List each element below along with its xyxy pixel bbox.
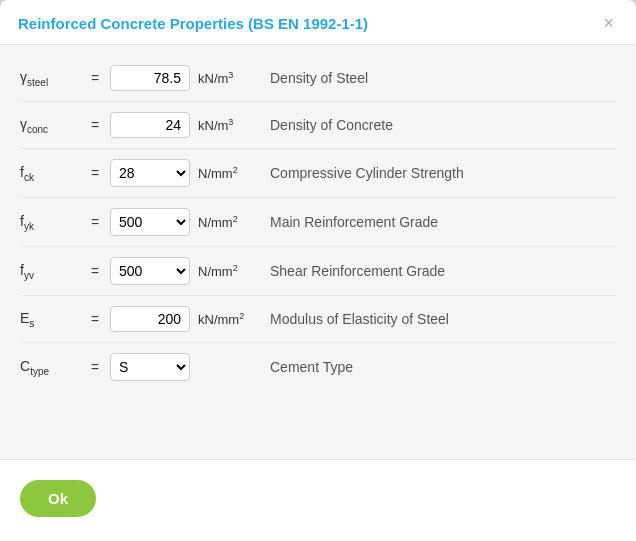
prop-label-fyk: fyk xyxy=(20,213,80,232)
prop-input-container-Ctype: SNR xyxy=(110,353,190,381)
prop-input-container-gamma-conc xyxy=(110,112,190,138)
prop-label-gamma-steel: γsteel xyxy=(20,69,80,88)
prop-input-container-fck: 2025283035404550 xyxy=(110,159,190,187)
prop-description-fyk: Main Reinforcement Grade xyxy=(270,214,616,230)
equals-sign-Ctype: = xyxy=(80,359,110,375)
dialog-body: γsteel=kN/m3Density of Steelγconc=kN/m3D… xyxy=(0,45,636,459)
prop-unit-fyk: N/mm2 xyxy=(190,214,270,230)
equals-sign-Es: = xyxy=(80,311,110,327)
property-row-Ctype: Ctype=SNRCement Type xyxy=(20,343,616,391)
prop-label-Ctype: Ctype xyxy=(20,358,80,377)
equals-sign-fyk: = xyxy=(80,214,110,230)
prop-textinput-gamma-steel[interactable] xyxy=(110,65,190,91)
prop-unit-gamma-steel: kN/m3 xyxy=(190,70,270,86)
equals-sign-fyv: = xyxy=(80,263,110,279)
prop-select-fck[interactable]: 2025283035404550 xyxy=(110,159,190,187)
prop-unit-Es: kN/mm2 xyxy=(190,311,270,327)
prop-select-fyk[interactable]: 250460500600 xyxy=(110,208,190,236)
prop-select-Ctype[interactable]: SNR xyxy=(110,353,190,381)
prop-unit-fck: N/mm2 xyxy=(190,165,270,181)
property-row-gamma-steel: γsteel=kN/m3Density of Steel xyxy=(20,55,616,102)
property-row-fyv: fyv=250460500600N/mm2Shear Reinforcement… xyxy=(20,247,616,296)
prop-input-container-fyv: 250460500600 xyxy=(110,257,190,285)
prop-unit-fyv: N/mm2 xyxy=(190,263,270,279)
prop-label-fck: fck xyxy=(20,164,80,183)
property-row-fyk: fyk=250460500600N/mm2Main Reinforcement … xyxy=(20,198,616,247)
prop-label-gamma-conc: γconc xyxy=(20,116,80,135)
dialog: Reinforced Concrete Properties (BS EN 19… xyxy=(0,0,636,541)
prop-description-gamma-conc: Density of Concrete xyxy=(270,117,616,133)
prop-input-container-Es xyxy=(110,306,190,332)
ok-button[interactable]: Ok xyxy=(20,480,96,517)
prop-textinput-Es[interactable] xyxy=(110,306,190,332)
prop-description-Es: Modulus of Elasticity of Steel xyxy=(270,311,616,327)
dialog-header: Reinforced Concrete Properties (BS EN 19… xyxy=(0,0,636,45)
equals-sign-gamma-conc: = xyxy=(80,117,110,133)
property-row-Es: Es=kN/mm2Modulus of Elasticity of Steel xyxy=(20,296,616,343)
prop-description-Ctype: Cement Type xyxy=(270,359,616,375)
equals-sign-gamma-steel: = xyxy=(80,70,110,86)
prop-textinput-gamma-conc[interactable] xyxy=(110,112,190,138)
dialog-title: Reinforced Concrete Properties (BS EN 19… xyxy=(18,15,368,32)
prop-description-gamma-steel: Density of Steel xyxy=(270,70,616,86)
property-row-fck: fck=2025283035404550N/mm2Compressive Cyl… xyxy=(20,149,616,198)
prop-input-container-gamma-steel xyxy=(110,65,190,91)
prop-label-fyv: fyv xyxy=(20,262,80,281)
property-row-gamma-conc: γconc=kN/m3Density of Concrete xyxy=(20,102,616,149)
prop-description-fck: Compressive Cylinder Strength xyxy=(270,165,616,181)
equals-sign-fck: = xyxy=(80,165,110,181)
prop-select-fyv[interactable]: 250460500600 xyxy=(110,257,190,285)
prop-unit-gamma-conc: kN/m3 xyxy=(190,117,270,133)
prop-input-container-fyk: 250460500600 xyxy=(110,208,190,236)
prop-description-fyv: Shear Reinforcement Grade xyxy=(270,263,616,279)
close-button[interactable]: × xyxy=(599,14,618,32)
dialog-footer: Ok xyxy=(0,459,636,541)
prop-label-Es: Es xyxy=(20,310,80,329)
